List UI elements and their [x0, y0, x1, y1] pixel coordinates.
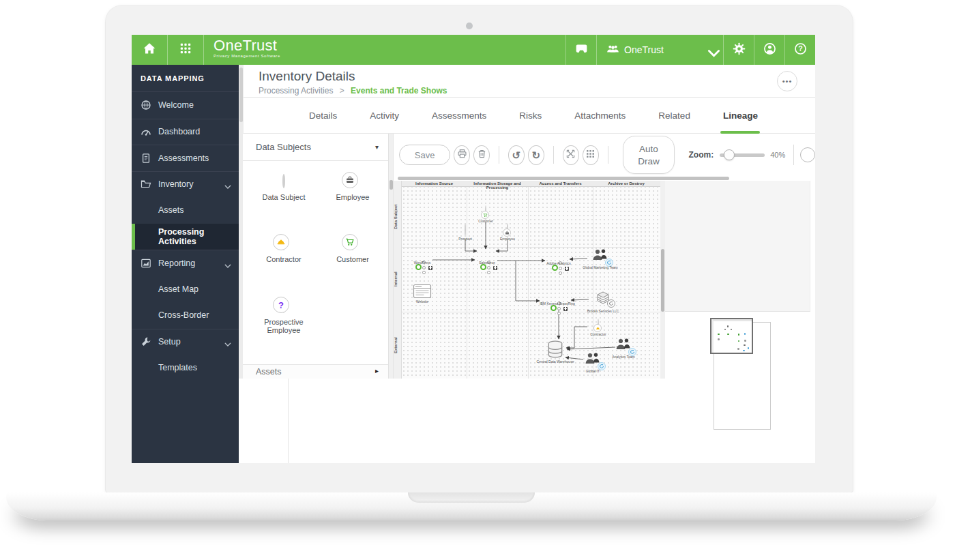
- tab-lineage[interactable]: Lineage: [707, 98, 774, 133]
- tab-bar: DetailsActivityAssessmentsRisksAttachmen…: [244, 98, 815, 134]
- flow-node-analytics-team[interactable]: Analytics Team: [615, 338, 632, 354]
- flow-node-central-data-warehouse[interactable]: Central Data Warehouse: [546, 340, 565, 359]
- breadcrumb-current: Events and Trade Shows: [351, 86, 447, 95]
- org-switcher[interactable]: OneTrust: [596, 35, 723, 65]
- palette-item-contractor[interactable]: Contractor: [250, 237, 318, 263]
- canvas-hscroll-thumb[interactable]: [398, 177, 729, 180]
- undo-button[interactable]: ↺: [508, 145, 525, 165]
- zoom-slider-thumb[interactable]: [724, 149, 735, 160]
- minimap-node-dot: [743, 350, 745, 352]
- toolbar-divider: [553, 146, 554, 164]
- flow-node-label: Central Data Warehouse: [537, 359, 574, 364]
- avatar: [351, 236, 354, 250]
- move-mode-button[interactable]: [563, 145, 579, 165]
- sidebar-item-label: Dashboard: [158, 127, 200, 136]
- breadcrumb-parent[interactable]: Processing Activities: [259, 86, 333, 95]
- flow-node-brooks-services-llc[interactable]: Brooks Services LLC: [596, 291, 611, 308]
- tab-related[interactable]: Related: [642, 98, 707, 133]
- sidebar-item-assets[interactable]: Assets: [132, 197, 239, 224]
- home-button[interactable]: [132, 35, 168, 65]
- tab-details[interactable]: Details: [293, 98, 353, 133]
- zoom-value: 40%: [770, 151, 785, 159]
- canvas-vertical-scrollbar[interactable]: [660, 181, 665, 379]
- canvas-horizontal-scrollbar[interactable]: [394, 176, 815, 181]
- flow-node-prospect[interactable]: Prospect: [465, 224, 466, 236]
- palette-item-data-subject[interactable]: Data Subject: [250, 175, 318, 201]
- canvas-overflow-area: [665, 181, 810, 312]
- more-options-button[interactable]: •••: [777, 71, 797, 91]
- sidebar-item-inventory[interactable]: Inventory: [132, 171, 239, 198]
- folder-icon: [141, 179, 151, 190]
- lineage-canvas[interactable]: Information SourceInformation Storage an…: [394, 181, 660, 379]
- redo-icon: ↻: [532, 150, 541, 160]
- data-subjects-section-header[interactable]: Data Subjects ▾: [243, 134, 388, 161]
- minimap-header-strip: [713, 319, 753, 321]
- sidebar-item-welcome[interactable]: Welcome: [132, 92, 239, 119]
- grid-dots-icon: [585, 149, 596, 162]
- palette-item-employee[interactable]: Employee: [319, 175, 387, 201]
- flow-node-global-it[interactable]: Global IT: [584, 352, 602, 368]
- flow-node-contractor[interactable]: Contractor: [598, 319, 599, 331]
- chevron-down-icon: [224, 261, 231, 265]
- save-button[interactable]: Save: [399, 145, 450, 165]
- sidebar-item-reporting[interactable]: Reporting: [132, 250, 239, 276]
- sidebar-item-processing-activities[interactable]: Processing Activities: [132, 224, 239, 250]
- zoom-slider[interactable]: [720, 153, 765, 157]
- flow-node-label: Global IT: [586, 369, 600, 373]
- flow-node-label: Salesforce: [479, 261, 495, 265]
- app-launcher-button[interactable]: [168, 35, 204, 65]
- sidebar-item-setup[interactable]: Setup: [132, 329, 239, 355]
- sidebar-item-templates[interactable]: Templates: [132, 355, 239, 381]
- hardhat-badge-icon: [273, 234, 289, 250]
- sidebar-item-assessments[interactable]: Assessments: [132, 145, 239, 171]
- chevron-down-icon: [707, 47, 715, 53]
- avatar: ?: [282, 299, 285, 313]
- flow-node-website[interactable]: Website: [413, 284, 432, 299]
- lineage-palette-panel: Data Subjects ▾ Data Subject Employee Co…: [243, 134, 389, 379]
- zoom-label: Zoom:: [689, 150, 714, 160]
- expand-icon: ▸: [375, 367, 379, 374]
- redo-button[interactable]: ↻: [528, 145, 544, 165]
- grid-toggle-button[interactable]: [583, 145, 599, 165]
- sidebar-item-cross-border[interactable]: Cross-Border: [132, 302, 239, 329]
- settings-button[interactable]: [723, 35, 754, 65]
- tab-assessments[interactable]: Assessments: [415, 98, 503, 133]
- tab-risks[interactable]: Risks: [503, 98, 558, 133]
- minimap-node-dot: [731, 329, 733, 331]
- canvas-vscroll-thumb[interactable]: [661, 249, 664, 312]
- minimap[interactable]: [710, 318, 753, 354]
- flow-node-global-marketing-team[interactable]: Global Marketing Team: [591, 248, 609, 265]
- delete-button[interactable]: [473, 145, 490, 165]
- palette-item-prospective-employee[interactable]: ? Prospective Employee: [250, 300, 318, 334]
- tab-attachments[interactable]: Attachments: [558, 98, 642, 133]
- chevron-down-icon: [224, 340, 231, 344]
- home-icon: [143, 42, 156, 58]
- help-button[interactable]: ?: [784, 35, 815, 65]
- minimap-node-dot: [727, 325, 729, 327]
- flow-node-employee[interactable]: Employee: [507, 224, 508, 236]
- palette-scrollbar-thumb[interactable]: [390, 180, 393, 190]
- minimap-node-dot: [737, 348, 739, 350]
- avatar: [282, 236, 285, 250]
- assets-section-header[interactable]: Assets ▸: [243, 364, 388, 379]
- palette-item-customer[interactable]: Customer: [319, 237, 387, 263]
- breadcrumb: Processing Activities > Events and Trade…: [259, 86, 447, 95]
- page-title: Inventory Details: [259, 69, 355, 84]
- sidebar-item-dashboard[interactable]: Dashboard: [132, 119, 239, 145]
- page-scrollbar-thumb[interactable]: [239, 68, 243, 122]
- flow-node-customer[interactable]: Customer: [485, 206, 486, 218]
- clipped-toolbar-icon[interactable]: [800, 147, 815, 162]
- sidebar-item-asset-map[interactable]: Asset Map: [132, 276, 239, 303]
- account-button[interactable]: [754, 35, 784, 65]
- palette-scrollbar[interactable]: [389, 134, 394, 379]
- assets-title: Assets: [256, 367, 282, 377]
- toolbar-divider: [608, 146, 608, 164]
- auto-draw-button[interactable]: Auto Draw: [623, 136, 674, 174]
- inbox-button[interactable]: [565, 35, 596, 65]
- print-button[interactable]: [454, 145, 470, 165]
- tab-activity[interactable]: Activity: [353, 98, 415, 133]
- minimap-node-dot: [738, 340, 740, 342]
- flow-node-label: Employee: [500, 237, 515, 241]
- laptop-base-notch: [408, 492, 535, 503]
- data-subjects-title: Data Subjects: [256, 142, 311, 152]
